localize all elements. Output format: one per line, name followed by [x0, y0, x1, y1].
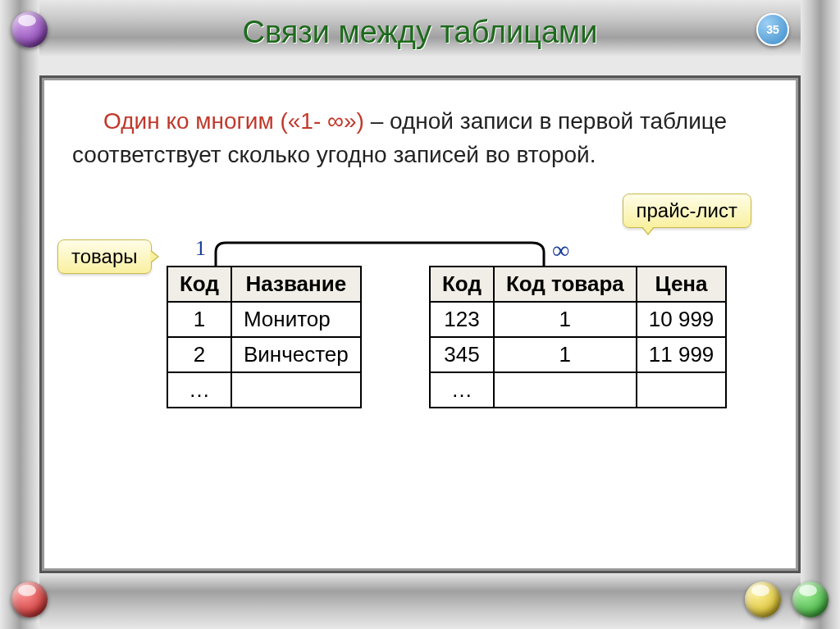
orb-red: [11, 581, 48, 618]
relation-many-label: ∞: [552, 236, 569, 264]
content-panel: Один ко многим («1- ∞») – одной записи в…: [39, 75, 801, 573]
left-table-tag: товары: [57, 239, 152, 274]
table-row: …: [430, 372, 726, 408]
orb-purple: [11, 11, 48, 48]
tag-pointer-icon: [151, 250, 159, 263]
description-text: Один ко многим («1- ∞») – одной записи в…: [72, 105, 768, 171]
tables-area: товары прайс-лист 1 ∞ Код Название 1 Мон…: [72, 217, 768, 479]
page-number-badge: 35: [756, 13, 789, 46]
table-header-row: Код Название: [167, 267, 361, 302]
right-table-tag: прайс-лист: [623, 194, 752, 228]
right-tag-label: прайс-лист: [637, 199, 738, 221]
table-row: 345 1 11 999: [430, 337, 726, 372]
relation-one-label: 1: [195, 236, 206, 261]
table-row: 123 1 10 999: [430, 302, 726, 337]
table-row: 1 Монитор: [167, 302, 361, 337]
col-header: Код: [167, 267, 231, 302]
right-table: Код Код товара Цена 123 1 10 999 345 1 1…: [429, 266, 727, 408]
left-table: Код Название 1 Монитор 2 Винчестер …: [167, 266, 362, 408]
col-header: Код: [430, 267, 494, 302]
orb-yellow: [745, 581, 781, 618]
orb-green: [792, 581, 829, 618]
table-row: 2 Винчестер: [167, 337, 361, 372]
table-row: …: [167, 372, 361, 408]
col-header: Название: [231, 267, 361, 302]
col-header: Код товара: [494, 267, 637, 302]
table-header-row: Код Код товара Цена: [430, 267, 726, 302]
left-tag-label: товары: [71, 245, 138, 267]
lead-phrase: Один ко многим («1- ∞»): [103, 108, 364, 134]
tag-pointer-icon: [641, 227, 655, 235]
slide-title: Связи между таблицами: [0, 15, 840, 50]
col-header: Цена: [637, 267, 727, 302]
